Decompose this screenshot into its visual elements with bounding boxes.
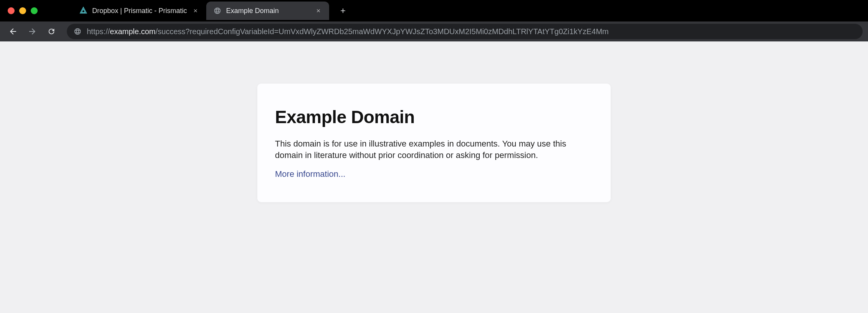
globe-favicon-icon <box>213 7 222 15</box>
new-tab-button[interactable] <box>336 4 350 18</box>
tab-title: Example Domain <box>226 7 310 15</box>
tab-title: Dropbox | Prismatic - Prismatic <box>92 7 187 15</box>
tab-close-button[interactable] <box>315 7 322 15</box>
window-controls <box>8 7 38 14</box>
url-domain: example.com <box>110 27 156 36</box>
url-protocol: https:// <box>87 27 110 36</box>
forward-button[interactable] <box>25 24 40 39</box>
window-minimize-button[interactable] <box>19 7 26 14</box>
tab-example-domain[interactable]: Example Domain <box>206 2 329 20</box>
address-bar[interactable]: https://example.com/success?requiredConf… <box>67 24 863 39</box>
url-path: /success?requiredConfigVariableId=UmVxdW… <box>156 27 609 36</box>
window-close-button[interactable] <box>8 7 15 14</box>
tab-prismatic[interactable]: Dropbox | Prismatic - Prismatic <box>72 2 206 20</box>
reload-button[interactable] <box>44 24 59 39</box>
prismatic-favicon-icon <box>79 7 88 15</box>
content-card: Example Domain This domain is for use in… <box>257 84 611 202</box>
window-maximize-button[interactable] <box>31 7 38 14</box>
page-viewport: Example Domain This domain is for use in… <box>0 41 868 313</box>
browser-toolbar: https://example.com/success?requiredConf… <box>0 21 868 41</box>
page-heading: Example Domain <box>275 107 593 127</box>
site-info-icon[interactable] <box>74 28 81 35</box>
tab-close-button[interactable] <box>192 7 199 15</box>
tab-strip: Dropbox | Prismatic - Prismatic Example … <box>72 0 350 21</box>
back-button[interactable] <box>5 24 21 39</box>
window-titlebar: Dropbox | Prismatic - Prismatic Example … <box>0 0 868 21</box>
more-information-link[interactable]: More information... <box>275 169 345 179</box>
url-display: https://example.com/success?requiredConf… <box>87 27 609 36</box>
page-body-text: This domain is for use in illustrative e… <box>275 138 593 161</box>
